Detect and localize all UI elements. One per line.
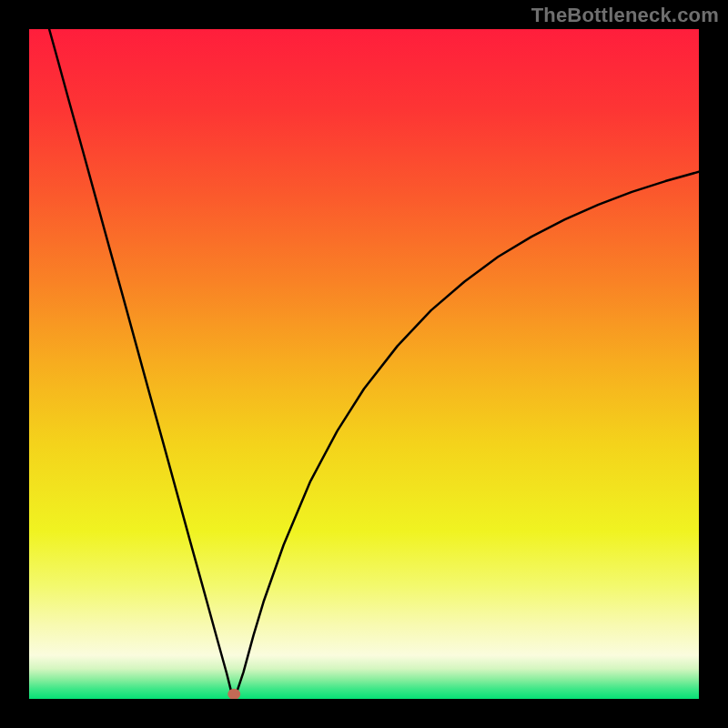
gradient-background [29, 29, 699, 699]
chart-frame: TheBottleneck.com [0, 0, 728, 728]
watermark-text: TheBottleneck.com [531, 4, 719, 27]
optimal-point-marker [228, 689, 240, 700]
bottleneck-chart [0, 0, 728, 728]
